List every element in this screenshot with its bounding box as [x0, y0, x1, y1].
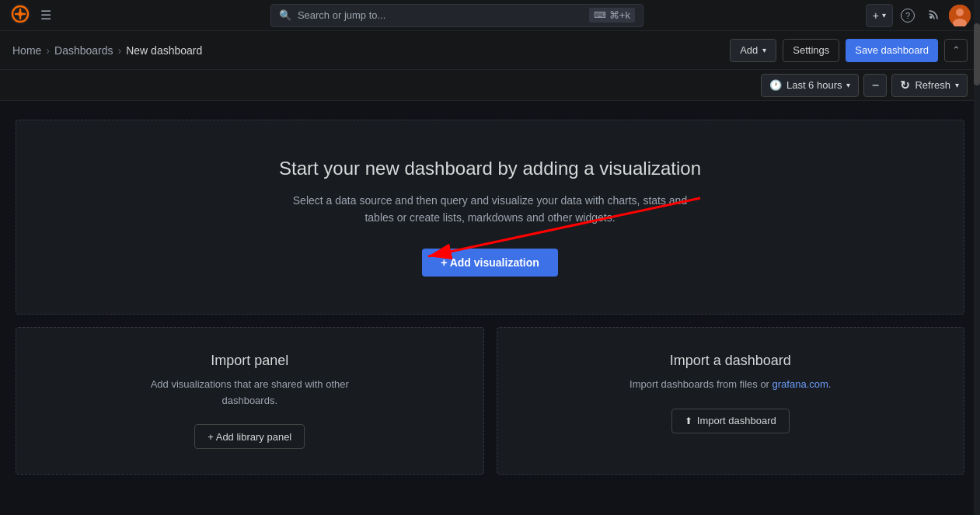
- import-panel-card: Import panel Add visualizations that are…: [16, 327, 484, 475]
- chevron-down-icon: ▾: [846, 81, 850, 89]
- new-item-button[interactable]: + ▾: [866, 4, 893, 27]
- breadcrumb-dashboards[interactable]: Dashboards: [54, 44, 113, 57]
- import-dashboard-title: Import a dashboard: [670, 353, 791, 369]
- save-dashboard-button[interactable]: Save dashboard: [846, 39, 938, 62]
- search-icon: 🔍: [279, 9, 291, 21]
- breadcrumb: Home › Dashboards › New dashboard: [12, 44, 724, 57]
- toolbar: Home › Dashboards › New dashboard Add ▾ …: [0, 31, 980, 70]
- grafana-com-link[interactable]: grafana.com: [772, 378, 828, 390]
- add-library-panel-button[interactable]: + Add library panel: [194, 424, 305, 449]
- refresh-label: Refresh: [915, 79, 950, 91]
- clock-icon: 🕐: [769, 79, 782, 91]
- refresh-icon: ↻: [900, 78, 910, 92]
- toolbar-right: Add ▾ Settings Save dashboard ⌃: [730, 39, 968, 62]
- top-card-title: Start your new dashboard by adding a vis…: [279, 158, 701, 179]
- search-shortcut: ⌨ ⌘+k: [589, 8, 635, 23]
- nav-right: + ▾ ?: [866, 4, 971, 27]
- add-visualization-card: Start your new dashboard by adding a vis…: [16, 120, 964, 315]
- upload-icon: ⬆: [685, 416, 692, 426]
- time-controls: 🕐 Last 6 hours ▾ − ↻ Refresh ▾: [0, 70, 980, 101]
- zoom-out-icon: −: [872, 78, 879, 92]
- bottom-cards: Import panel Add visualizations that are…: [16, 327, 964, 475]
- import-dashboard-button[interactable]: ⬆ Import dashboard: [671, 409, 790, 433]
- refresh-button[interactable]: ↻ Refresh ▾: [891, 74, 968, 97]
- svg-point-7: [929, 16, 933, 19]
- import-panel-description: Add visualizations that are shared with …: [133, 377, 366, 409]
- avatar[interactable]: [949, 5, 971, 26]
- import-panel-title: Import panel: [211, 353, 288, 369]
- settings-button[interactable]: Settings: [783, 39, 839, 62]
- top-nav: ☰ 🔍 Search or jump to... ⌨ ⌘+k + ▾ ?: [0, 0, 980, 31]
- search-bar[interactable]: 🔍 Search or jump to... ⌨ ⌘+k: [270, 4, 643, 27]
- chevron-down-icon: ▾: [882, 11, 886, 19]
- breadcrumb-sep-1: ›: [46, 44, 50, 57]
- add-visualization-button[interactable]: + Add visualization: [422, 249, 558, 277]
- shortcut-key: ⌘+k: [609, 9, 630, 21]
- chevron-down-icon: ▾: [955, 81, 959, 89]
- scrollbar-thumb[interactable]: [974, 23, 980, 85]
- rss-icon: [928, 8, 940, 23]
- plus-icon: +: [873, 9, 879, 22]
- import-dashboard-description: Import dashboards from files or grafana.…: [630, 377, 831, 393]
- search-placeholder: Search or jump to...: [298, 9, 385, 21]
- svg-point-10: [956, 9, 964, 16]
- grafana-logo[interactable]: [9, 3, 31, 27]
- time-range-label: Last 6 hours: [786, 79, 842, 91]
- main-content: Start your new dashboard by adding a vis…: [0, 101, 980, 515]
- top-card-description: Select a data source and then query and …: [288, 192, 692, 227]
- import-dashboard-card: Import a dashboard Import dashboards fro…: [497, 327, 965, 475]
- hamburger-icon[interactable]: ☰: [37, 5, 54, 26]
- alerts-button[interactable]: [922, 4, 946, 27]
- chevron-down-icon: ▾: [762, 46, 766, 54]
- breadcrumb-home[interactable]: Home: [12, 44, 41, 57]
- breadcrumb-current: New dashboard: [126, 44, 202, 57]
- add-button[interactable]: Add ▾: [730, 39, 776, 62]
- help-button[interactable]: ?: [896, 4, 919, 27]
- breadcrumb-sep-2: ›: [118, 44, 122, 57]
- time-range-button[interactable]: 🕐 Last 6 hours ▾: [761, 74, 860, 97]
- question-icon: ?: [901, 9, 915, 23]
- collapse-button[interactable]: ⌃: [944, 39, 968, 62]
- chevron-up-icon: ⌃: [952, 44, 961, 56]
- scrollbar[interactable]: [974, 0, 980, 515]
- zoom-out-button[interactable]: −: [863, 74, 887, 97]
